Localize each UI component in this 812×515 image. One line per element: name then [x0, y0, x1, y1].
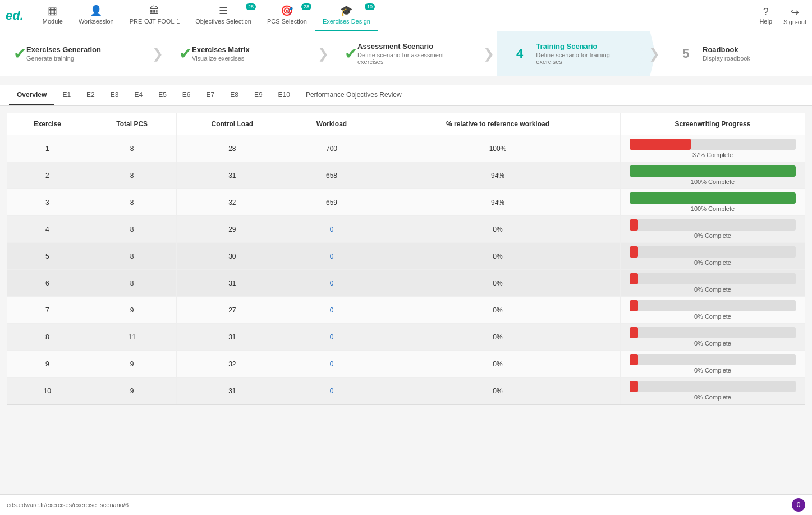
cell-controlload-8: 31 [176, 324, 288, 351]
table-container: ExerciseTotal PCSControl LoadWorkload% r… [7, 113, 805, 405]
step-sub-exercises-gen: Generate training [26, 55, 101, 62]
cell-exercise-1: 1 [7, 135, 88, 162]
progress-bar-fill-10 [630, 381, 638, 392]
step-training[interactable]: 4 Training Scenario Define scenario for … [497, 31, 646, 76]
cell-pct-4: 0% [375, 216, 621, 243]
cell-workload-1: 700 [288, 135, 375, 162]
step-exercises-matrix[interactable]: ✔ Exercises Matrix Visualize exercises [166, 31, 315, 76]
cell-exercise-10: 10 [7, 378, 88, 404]
cell-exercise-7: 7 [7, 297, 88, 324]
nav-item-worksession[interactable]: 👤 Worksession [71, 0, 122, 31]
col-header-control-load: Control Load [176, 113, 288, 135]
cell-exercise-8: 8 [7, 324, 88, 351]
col-header-screenwriting-progress: Screenwriting Progress [620, 113, 805, 135]
progress-label-2: 100% Complete [630, 178, 796, 185]
nav-label-pre-ojt: PRE-OJT FOOL-1 [130, 18, 180, 25]
cell-exercise-2: 2 [7, 162, 88, 189]
step-title-assessment: Assessment Scenario [357, 42, 467, 50]
tab-performance-objectives-review[interactable]: Performance Objectives Review [298, 85, 410, 105]
cell-exercise-3: 3 [7, 189, 88, 216]
progress-bar-wrapper-4 [630, 219, 796, 231]
progress-label-5: 0% Complete [630, 259, 796, 266]
cell-progress-8: 0% Complete [620, 324, 805, 351]
nav-right-icon-signout: ↪ [791, 6, 799, 19]
cell-progress-6: 0% Complete [620, 270, 805, 297]
cell-workload-8: 0 [288, 324, 375, 351]
cell-pcs-7: 9 [88, 297, 176, 324]
tab-e5[interactable]: E5 [150, 85, 175, 105]
col-header-exercise: Exercise [7, 113, 88, 135]
cell-progress-5: 0% Complete [620, 243, 805, 270]
step-sub-exercises-matrix: Visualize exercises [192, 55, 250, 62]
cell-controlload-3: 32 [176, 189, 288, 216]
nav-label-worksession: Worksession [79, 18, 114, 25]
logo: ed. [6, 8, 24, 23]
nav-item-pcs[interactable]: 🎯 PCS Selection 28 [259, 0, 315, 31]
cell-progress-3: 100% Complete [620, 189, 805, 216]
progress-bar-wrapper-6 [630, 273, 796, 284]
nav-right-help[interactable]: ? Help [759, 6, 772, 25]
cell-pct-2: 94% [375, 162, 621, 189]
step-title-roadbook: Roadbook [703, 45, 750, 54]
tab-e4[interactable]: E4 [126, 85, 150, 105]
cell-exercise-4: 4 [7, 216, 88, 243]
progress-bar-fill-5 [630, 246, 638, 258]
progress-label-7: 0% Complete [630, 313, 796, 320]
cell-pcs-2: 8 [88, 162, 176, 189]
progress-label-10: 0% Complete [630, 394, 796, 401]
progress-bar-wrapper-3 [630, 192, 796, 204]
table-row: 8113100%0% Complete [7, 324, 805, 351]
cell-pcs-10: 9 [88, 378, 176, 404]
progress-label-1: 37% Complete [630, 151, 796, 158]
nav-item-pre-ojt[interactable]: 🏛 PRE-OJT FOOL-1 [122, 0, 188, 31]
step-roadbook[interactable]: 5 Roadbook Display roadbook [662, 31, 812, 76]
nav-item-exercises[interactable]: 🎓 Exercises Design 10 [315, 0, 378, 31]
cell-controlload-5: 30 [176, 243, 288, 270]
cell-pcs-9: 9 [88, 351, 176, 378]
progress-label-3: 100% Complete [630, 205, 796, 212]
nav-right-label-signout: Sign-out [783, 19, 806, 25]
nav-item-objectives[interactable]: ☰ Objectives Selection 28 [187, 0, 259, 31]
tab-overview[interactable]: Overview [9, 85, 54, 105]
nav-right-icon-help: ? [763, 6, 769, 18]
cell-pct-9: 0% [375, 351, 621, 378]
step-arrow-1: ❯ [315, 31, 331, 76]
tab-e9[interactable]: E9 [246, 85, 270, 105]
cell-controlload-4: 29 [176, 216, 288, 243]
step-sub-assessment: Define scenario for assessment exercises [357, 52, 467, 65]
table-row: 1093100%0% Complete [7, 378, 805, 404]
step-text-exercises-matrix: Exercises Matrix Visualize exercises [192, 45, 250, 62]
step-arrow-2: ❯ [481, 31, 497, 76]
col-header-total-pcs: Total PCS [88, 113, 176, 135]
nav-item-module[interactable]: ▦ Module [35, 0, 71, 31]
step-assessment[interactable]: ✔ Assessment Scenario Define scenario fo… [331, 31, 481, 76]
step-check-icon: ✔ [345, 44, 357, 63]
tab-e2[interactable]: E2 [79, 85, 103, 105]
cell-pcs-6: 8 [88, 270, 176, 297]
tabs-bar: OverviewE1E2E3E4E5E6E7E8E9E10Performance… [0, 85, 812, 106]
cell-progress-1: 37% Complete [620, 135, 805, 162]
step-exercises-gen[interactable]: ✔ Exercises Generation Generate training [0, 31, 150, 76]
nav-badge-pcs: 28 [301, 3, 311, 10]
step-sub-roadbook: Display roadbook [703, 55, 750, 62]
progress-bar-wrapper-7 [630, 300, 796, 311]
tab-e1[interactable]: E1 [54, 85, 79, 105]
tab-e8[interactable]: E8 [222, 85, 246, 105]
tab-e10[interactable]: E10 [270, 85, 298, 105]
step-text-assessment: Assessment Scenario Define scenario for … [357, 42, 467, 65]
nav-label-objectives: Objectives Selection [195, 18, 251, 25]
progress-label-4: 0% Complete [630, 232, 796, 239]
tab-e6[interactable]: E6 [175, 85, 199, 105]
nav-icon-pcs: 🎯 [281, 4, 293, 17]
nav-right-signout[interactable]: ↪ Sign-out [783, 6, 806, 25]
step-check-icon: ✔ [179, 44, 192, 63]
step-number-icon: 4 [510, 44, 529, 64]
steps-bar: ✔ Exercises Generation Generate training… [0, 31, 812, 76]
cell-workload-4: 0 [288, 216, 375, 243]
top-nav: ed. ▦ Module 👤 Worksession 🏛 PRE-OJT FOO… [0, 0, 812, 31]
tab-e7[interactable]: E7 [199, 85, 223, 105]
table-row: 683100%0% Complete [7, 270, 805, 297]
table-row: 283165894%100% Complete [7, 162, 805, 189]
tab-e3[interactable]: E3 [103, 85, 127, 105]
cell-controlload-6: 31 [176, 270, 288, 297]
